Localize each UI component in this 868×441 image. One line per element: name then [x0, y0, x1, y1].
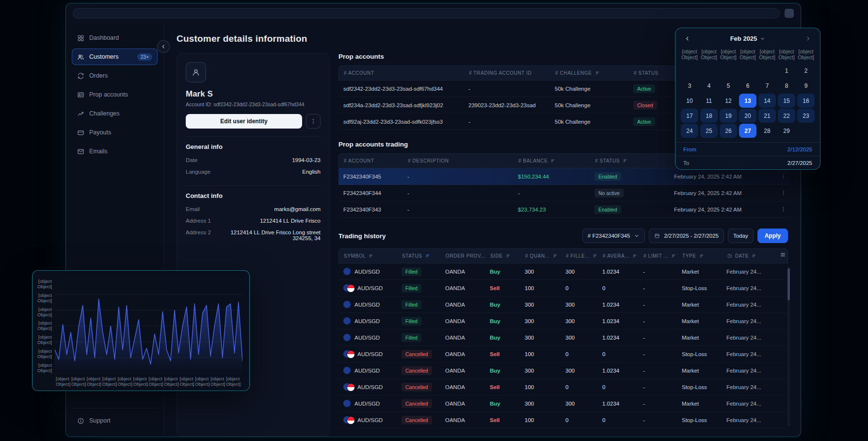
column-header[interactable]: # QUAN...: [520, 249, 561, 263]
column-header[interactable]: # STATUS: [590, 154, 670, 168]
calendar-day[interactable]: 26: [720, 124, 737, 138]
sort-icon[interactable]: [425, 253, 431, 259]
prop-trading-row[interactable]: F2342340F345 - $150,234.44 Enabled Febru…: [338, 168, 790, 185]
prop-trading-row[interactable]: F2342340F344 - - No active February 24, …: [338, 185, 790, 201]
calendar-day[interactable]: [720, 64, 737, 78]
browser-menu-button[interactable]: [785, 9, 794, 18]
calendar-next-button[interactable]: [804, 34, 812, 43]
calendar-day[interactable]: 1: [778, 64, 795, 78]
calendar-day[interactable]: 25: [700, 124, 718, 138]
calendar-day[interactable]: [739, 64, 756, 78]
edit-user-identity-button[interactable]: Edit user identity: [186, 114, 302, 129]
sort-icon[interactable]: [632, 253, 638, 259]
calendar-day[interactable]: 20: [739, 109, 756, 123]
calendar-day[interactable]: [797, 124, 815, 138]
calendar-day[interactable]: 11: [700, 94, 718, 108]
sidebar-item[interactable]: Prop accounts: [72, 86, 158, 103]
column-header[interactable]: # ACCOUNT: [339, 154, 403, 168]
trading-history-row[interactable]: AUD/SGD Cancelled OANDA Sell 100 0 0 - S…: [338, 412, 788, 428]
sidebar-item[interactable]: Emails: [72, 143, 158, 160]
calendar-day[interactable]: 28: [758, 124, 776, 138]
trading-history-row[interactable]: AUD/SGD Cancelled OANDA Buy 300 300 1.02…: [338, 362, 788, 379]
account-select[interactable]: # F2342340F345: [582, 229, 645, 243]
customer-more-button[interactable]: [306, 114, 321, 129]
calendar-day[interactable]: [700, 64, 718, 78]
column-header[interactable]: # FILLE...: [561, 249, 598, 263]
trading-history-row[interactable]: AUD/SGD Cancelled OANDA Sell 100 0 0 - S…: [338, 379, 788, 395]
calendar-day[interactable]: 23: [797, 109, 815, 123]
column-header[interactable]: # TRADING ACCOUNT ID: [464, 66, 550, 80]
calendar-month-select[interactable]: Feb 2025: [730, 35, 766, 42]
calendar-prev-button[interactable]: [683, 34, 691, 43]
sort-icon[interactable]: [699, 253, 705, 259]
trading-history-row[interactable]: AUD/SGD Cancelled OANDA Buy 300 300 1.02…: [338, 395, 788, 412]
column-header[interactable]: # DESCRIPTION: [403, 154, 514, 168]
calendar-day[interactable]: 22: [778, 109, 795, 123]
calendar-day[interactable]: 29: [778, 124, 795, 138]
calendar-day[interactable]: 5: [720, 79, 737, 93]
column-header[interactable]: DATE: [722, 249, 775, 263]
sidebar-item[interactable]: Challenges: [72, 105, 158, 122]
calendar-day[interactable]: 8: [778, 79, 795, 93]
calendar-day[interactable]: 19: [720, 109, 737, 123]
column-header[interactable]: ORDER PROV...: [441, 249, 485, 263]
calendar-day[interactable]: 21: [758, 109, 776, 123]
calendar-day[interactable]: 14: [758, 94, 776, 108]
calendar-day[interactable]: 12: [720, 94, 737, 108]
table-options-icon[interactable]: [780, 252, 786, 258]
calendar-from-row[interactable]: From 2/12/2025: [675, 142, 820, 156]
column-header[interactable]: # CHALLENGE: [550, 66, 629, 80]
sidebar-item[interactable]: Orders: [72, 67, 158, 84]
calendar-day[interactable]: 2: [797, 64, 815, 78]
trading-history-row[interactable]: AUD/SGD Filled OANDA Buy 300 300 1.0234 …: [338, 313, 788, 329]
calendar-day[interactable]: 9: [797, 79, 815, 93]
calendar-day[interactable]: [681, 64, 698, 78]
date-range-input[interactable]: 2/27/2025 - 2/27/2025: [649, 229, 724, 243]
sort-icon[interactable]: [553, 253, 558, 259]
trading-history-row[interactable]: AUD/SGD Filled OANDA Buy 300 300 1.0234 …: [338, 263, 788, 280]
sidebar-item[interactable]: Dashboard: [72, 30, 158, 46]
sidebar-item[interactable]: Customers 23+: [72, 49, 158, 65]
trading-history-row[interactable]: AUD/SGD Filled OANDA Buy 300 300 1.0234 …: [338, 296, 788, 313]
calendar-day[interactable]: 18: [700, 109, 718, 123]
sort-icon[interactable]: [595, 70, 600, 76]
sidebar-item-support[interactable]: Support: [72, 412, 158, 429]
row-menu-button[interactable]: [780, 187, 787, 199]
sort-icon[interactable]: [623, 158, 628, 163]
sort-icon[interactable]: [593, 253, 598, 259]
sort-icon[interactable]: [752, 253, 757, 259]
column-header[interactable]: SIDE: [485, 249, 520, 263]
apply-button[interactable]: Apply: [757, 229, 788, 243]
trading-history-row[interactable]: AUD/SGD Filled OANDA Sell 100 0 0 - Stop…: [338, 280, 788, 296]
calendar-day[interactable]: 13: [739, 94, 756, 108]
browser-address-bar[interactable]: [73, 8, 780, 18]
calendar-to-row[interactable]: To 2/27/2025: [675, 156, 820, 169]
column-header[interactable]: # LIMIT ...: [639, 249, 677, 263]
calendar-day[interactable]: 3: [681, 79, 698, 93]
calendar-day[interactable]: 6: [739, 79, 756, 93]
row-menu-button[interactable]: [780, 204, 787, 215]
calendar-day[interactable]: 27: [739, 124, 756, 138]
calendar-day[interactable]: [758, 64, 776, 78]
calendar-day[interactable]: 4: [700, 79, 718, 93]
column-header[interactable]: STATUS: [397, 249, 441, 263]
calendar-day[interactable]: 7: [758, 79, 776, 93]
calendar-day[interactable]: 15: [778, 94, 795, 108]
column-header[interactable]: # BALANCE: [514, 154, 590, 168]
calendar-day[interactable]: 24: [681, 124, 698, 138]
trading-history-row[interactable]: AUD/SGD Filled OANDA Buy 300 300 1.0234 …: [338, 329, 788, 346]
today-button[interactable]: Today: [728, 229, 754, 243]
column-header[interactable]: SYMBOL: [339, 249, 397, 263]
column-header[interactable]: # AVERA...: [598, 249, 639, 263]
sidebar-item[interactable]: Payouts: [72, 124, 158, 141]
sort-icon[interactable]: [506, 253, 511, 259]
sort-icon[interactable]: [369, 253, 374, 259]
scrollbar-track[interactable]: [788, 266, 790, 426]
calendar-day[interactable]: 10: [681, 94, 698, 108]
sidebar-collapse-button[interactable]: [157, 40, 170, 53]
sort-icon[interactable]: [550, 158, 556, 163]
calendar-day[interactable]: 17: [681, 109, 698, 123]
prop-trading-row[interactable]: F2342340F343 - $23,734.23 Enabled Februa…: [338, 201, 790, 218]
scrollbar-thumb[interactable]: [788, 268, 790, 300]
column-header[interactable]: TYPE: [677, 249, 722, 263]
